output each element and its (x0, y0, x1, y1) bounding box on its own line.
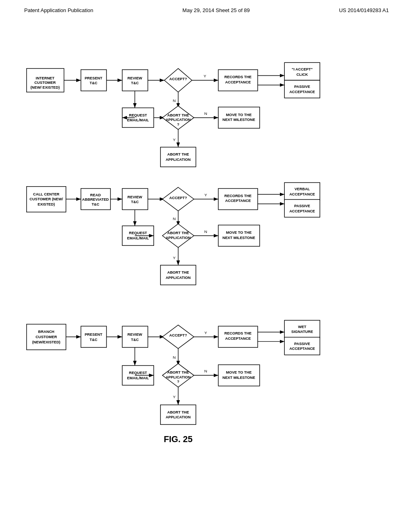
svg-text:BRANCH: BRANCH (38, 330, 54, 334)
svg-rect-109 (122, 326, 148, 347)
svg-text:(NEW/ EXISTED): (NEW/ EXISTED) (30, 85, 60, 89)
svg-text:MOVE TO THE: MOVE TO THE (226, 370, 252, 374)
svg-text:APPLICATION: APPLICATION (166, 276, 191, 280)
svg-text:Y: Y (204, 193, 207, 197)
svg-text:ABORT THE: ABORT THE (167, 270, 189, 274)
svg-rect-61 (122, 189, 148, 210)
svg-text:ACCEPT?: ACCEPT? (169, 77, 187, 81)
svg-text:ABORT THE: ABORT THE (167, 410, 189, 414)
svg-text:N: N (204, 369, 207, 374)
svg-text:READ: READ (90, 193, 101, 197)
svg-text:T&C: T&C (131, 200, 139, 204)
svg-text:INTERNET: INTERNET (36, 76, 55, 80)
svg-text:ACCEPT?: ACCEPT? (169, 333, 187, 337)
svg-text:ACCEPTANCE: ACCEPTANCE (289, 192, 315, 196)
svg-text:N: N (173, 216, 175, 221)
svg-text:Y: Y (204, 74, 206, 78)
svg-text:ACCEPTANCE: ACCEPTANCE (289, 90, 315, 94)
svg-text:ACCEPTANCE: ACCEPTANCE (225, 337, 251, 341)
svg-text:ABORT THE: ABORT THE (167, 152, 189, 156)
svg-text:SIGNATURE: SIGNATURE (291, 330, 313, 334)
svg-text:ACCEPTANCE: ACCEPTANCE (225, 199, 251, 203)
svg-text:RECORDS THE: RECORDS THE (224, 331, 251, 335)
svg-text:T&C: T&C (90, 338, 97, 342)
svg-rect-10 (122, 70, 148, 91)
svg-text:"I ACCEPT": "I ACCEPT" (292, 67, 313, 71)
svg-text:APPLICATION: APPLICATION (166, 158, 191, 162)
svg-text:REQUEST: REQUEST (129, 231, 147, 235)
svg-rect-97 (161, 265, 196, 285)
svg-text:N: N (173, 98, 175, 103)
svg-text:Y: Y (173, 395, 176, 399)
svg-text:ACCEPTANCE: ACCEPTANCE (225, 80, 251, 84)
svg-text:APPLICATION: APPLICATION (166, 118, 191, 122)
svg-rect-6 (81, 70, 106, 91)
svg-rect-26 (284, 80, 320, 98)
svg-rect-73 (284, 183, 320, 200)
svg-rect-105 (81, 326, 106, 347)
svg-text:ABBREVIATED: ABBREVIATED (82, 197, 109, 202)
svg-text:EMAIL/MAIL: EMAIL/MAIL (127, 118, 149, 122)
header-left: Patent Application Publication (24, 7, 93, 13)
svg-text:NEXT MILESTONE: NEXT MILESTONE (222, 236, 255, 240)
svg-text:ACCEPT?: ACCEPT? (169, 196, 187, 200)
svg-text:APPLICATION: APPLICATION (166, 236, 191, 240)
svg-rect-125 (284, 337, 320, 355)
svg-text:REVIEW: REVIEW (127, 76, 142, 80)
svg-rect-46 (161, 147, 196, 167)
svg-text:WET: WET (298, 325, 307, 329)
svg-text:N: N (204, 111, 207, 116)
svg-text:EMAIL/MAIL: EMAIL/MAIL (127, 236, 149, 240)
diagram-area: INTERNET CUSTOMER (NEW/ EXISTED) PRESENT… (0, 17, 413, 513)
svg-text:FIG. 25: FIG. 25 (164, 434, 193, 444)
header-center: May 29, 2014 Sheet 25 of 89 (182, 7, 250, 13)
svg-text:REVIEW: REVIEW (127, 332, 142, 337)
svg-text:EMAIL/MAIL: EMAIL/MAIL (127, 376, 149, 380)
svg-text:MOVE TO THE: MOVE TO THE (226, 231, 252, 235)
svg-text:APPLICATION: APPLICATION (166, 415, 191, 419)
svg-text:CUSTOMER: CUSTOMER (34, 81, 56, 85)
svg-text:PASSIVE: PASSIVE (294, 342, 310, 346)
svg-text:CLICK: CLICK (296, 73, 308, 77)
svg-text:ACCEPTANCE: ACCEPTANCE (289, 209, 315, 213)
page-header: Patent Application Publication May 29, 2… (0, 0, 413, 17)
svg-text:APPLICATION: APPLICATION (166, 375, 191, 379)
svg-text:ABORT THE: ABORT THE (167, 370, 189, 374)
svg-text:T&C: T&C (131, 81, 139, 85)
svg-text:NEXT MILESTONE: NEXT MILESTONE (222, 376, 255, 380)
svg-text:CUSTOMER: CUSTOMER (35, 335, 57, 339)
svg-text:REQUEST: REQUEST (129, 113, 147, 117)
svg-rect-77 (284, 200, 320, 217)
svg-text:ACCEPTANCE: ACCEPTANCE (289, 347, 315, 351)
header-right: US 2014/0149283 A1 (339, 7, 389, 13)
svg-text:T&C: T&C (90, 81, 97, 85)
svg-text:?: ? (177, 123, 179, 127)
svg-text:T&C: T&C (92, 202, 99, 206)
svg-text:MOVE TO THE: MOVE TO THE (226, 113, 252, 117)
svg-text:N: N (173, 355, 175, 360)
svg-text:CUSTOMER (NEW/: CUSTOMER (NEW/ (29, 197, 63, 201)
svg-text:(NEW/EXISTED): (NEW/EXISTED) (32, 340, 60, 344)
svg-text:REQUEST: REQUEST (129, 371, 147, 375)
svg-text:RECORDS THE: RECORDS THE (224, 75, 251, 79)
svg-text:Y: Y (173, 256, 176, 260)
svg-text:PASSIVE: PASSIVE (294, 204, 310, 208)
svg-text:REVIEW: REVIEW (127, 195, 142, 199)
svg-text:N: N (204, 229, 207, 234)
svg-text:RECORDS THE: RECORDS THE (224, 194, 251, 198)
svg-text:VERBAL: VERBAL (294, 187, 310, 191)
svg-text:PRESENT: PRESENT (85, 76, 102, 80)
svg-rect-146 (161, 405, 196, 425)
svg-rect-121 (284, 320, 320, 338)
svg-text:PRESENT: PRESENT (85, 332, 102, 337)
svg-text:CALL CENTER: CALL CENTER (33, 192, 60, 196)
svg-text:EXISTED): EXISTED) (38, 202, 55, 206)
svg-text:Y: Y (204, 330, 207, 335)
svg-text:?: ? (177, 380, 179, 384)
svg-text:Y: Y (173, 138, 176, 142)
svg-text:NEXT MILESTONE: NEXT MILESTONE (222, 118, 255, 122)
svg-text:PASSIVE: PASSIVE (294, 85, 310, 89)
svg-text:ABORT THE: ABORT THE (167, 113, 189, 117)
svg-text:T&C: T&C (131, 338, 139, 342)
svg-text:ABORT THE: ABORT THE (167, 231, 189, 235)
